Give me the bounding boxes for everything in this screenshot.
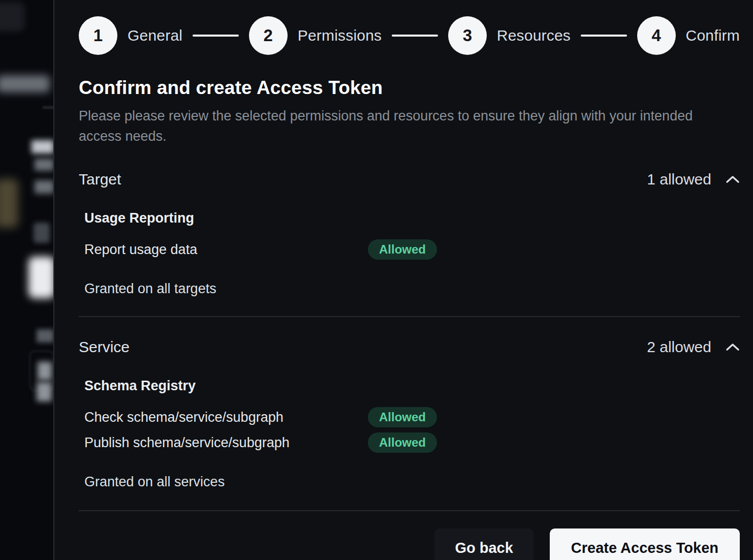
section-title: Service	[79, 338, 130, 356]
permission-group-usage-reporting: Usage Reporting Report usage data Allowe…	[84, 210, 740, 260]
stepper-step-general[interactable]: 1 General	[79, 16, 182, 55]
step-number-circle: 2	[249, 16, 288, 55]
blurred-text-fragment	[32, 140, 54, 153]
permission-label: Check schema/service/subgraph	[84, 410, 368, 425]
stepper-step-resources[interactable]: 3 Resources	[448, 16, 571, 55]
blurred-card	[28, 257, 55, 298]
blurred-text-fragment	[38, 362, 52, 380]
blurred-text-fragment	[35, 159, 54, 171]
blurred-text-fragment	[37, 329, 54, 343]
step-number-circle: 1	[79, 16, 117, 55]
step-label: Confirm	[686, 27, 740, 44]
section-header-target[interactable]: Target 1 allowed	[79, 171, 740, 188]
stepper-step-permissions[interactable]: 2 Permissions	[249, 16, 382, 55]
blurred-text-fragment	[37, 382, 52, 401]
stepper-connector	[581, 35, 627, 37]
granted-note: Granted on all services	[84, 474, 740, 490]
stepper-step-confirm[interactable]: 4 Confirm	[637, 16, 740, 55]
step-number-circle: 4	[637, 16, 676, 55]
create-access-token-modal: 1 General 2 Permissions 3 Resources 4 Co…	[53, 0, 753, 560]
go-back-button[interactable]: Go back	[434, 528, 533, 560]
permission-label: Publish schema/service/subgraph	[84, 435, 368, 451]
modal-footer: Go back Create Access Token	[79, 528, 740, 560]
status-badge-allowed: Allowed	[368, 407, 437, 427]
status-badge-allowed: Allowed	[368, 239, 437, 260]
permission-row: Publish schema/service/subgraph Allowed	[84, 432, 740, 453]
permission-row: Check schema/service/subgraph Allowed	[84, 407, 740, 427]
permission-label: Report usage data	[84, 242, 368, 258]
granted-note: Granted on all targets	[84, 281, 740, 297]
allowed-count-badge: 2 allowed	[647, 338, 711, 356]
blurred-app-backdrop	[0, 0, 54, 560]
section-divider	[79, 316, 740, 317]
chevron-up-icon[interactable]	[726, 343, 740, 352]
blurred-nav-text	[0, 75, 50, 92]
section-header-service[interactable]: Service 2 allowed	[79, 338, 740, 356]
section-title: Target	[79, 171, 121, 188]
group-heading: Schema Registry	[84, 378, 740, 394]
footer-divider	[79, 510, 740, 511]
group-heading: Usage Reporting	[84, 210, 740, 226]
step-label: Permissions	[298, 27, 382, 44]
blurred-warning-panel	[0, 179, 18, 228]
stepper-connector	[392, 35, 438, 37]
create-access-token-button[interactable]: Create Access Token	[550, 528, 740, 560]
stepper-connector	[193, 35, 239, 37]
page-title: Confirm and create Access Token	[79, 77, 740, 99]
permission-group-schema-registry: Schema Registry Check schema/service/sub…	[84, 378, 740, 453]
step-number-circle: 3	[448, 16, 487, 55]
permission-row: Report usage data Allowed	[84, 239, 740, 260]
blurred-logo	[0, 2, 24, 32]
page-description: Please please review the selected permis…	[79, 106, 706, 146]
step-label: Resources	[497, 27, 571, 44]
chevron-up-icon[interactable]	[726, 175, 740, 184]
blurred-text-fragment	[35, 180, 54, 194]
blurred-icon	[34, 223, 50, 243]
step-label: General	[128, 27, 182, 44]
stepper: 1 General 2 Permissions 3 Resources 4 Co…	[79, 16, 740, 55]
allowed-count-badge: 1 allowed	[647, 171, 711, 188]
status-badge-allowed: Allowed	[368, 432, 437, 453]
